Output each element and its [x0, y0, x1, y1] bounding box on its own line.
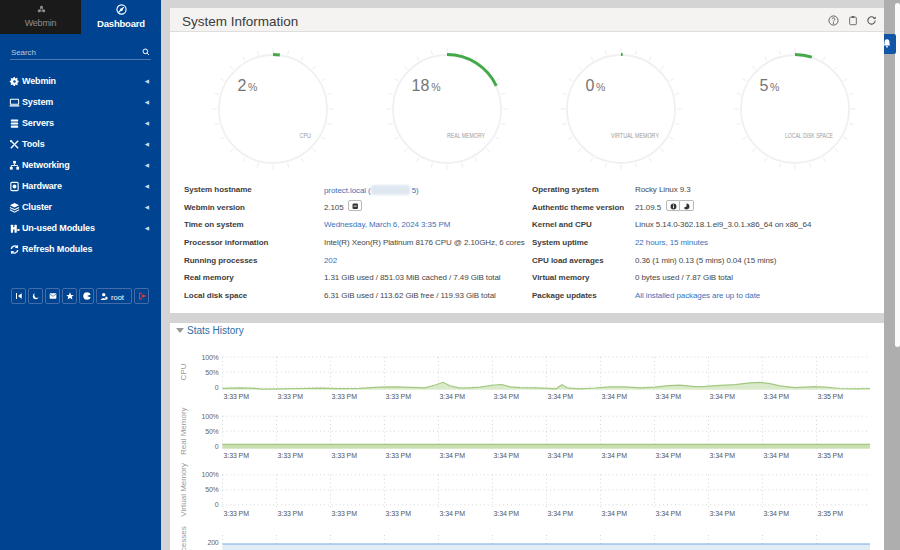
svg-text:0: 0	[215, 501, 219, 508]
svg-text:REAL MEMORY: REAL MEMORY	[447, 132, 485, 139]
svg-text:3:34 PM: 3:34 PM	[710, 452, 736, 459]
svg-text:3:34 PM: 3:34 PM	[440, 510, 466, 517]
svg-text:3:33 PM: 3:33 PM	[332, 452, 358, 459]
svg-text:18%: 18%	[412, 77, 441, 94]
svg-text:0: 0	[215, 384, 219, 391]
svg-text:3:34 PM: 3:34 PM	[710, 510, 736, 517]
svg-text:CPU: CPU	[300, 132, 312, 139]
svg-text:3:34 PM: 3:34 PM	[656, 393, 682, 400]
svg-text:3:35 PM: 3:35 PM	[818, 510, 844, 517]
svg-text:CPU: CPU	[179, 363, 188, 380]
svg-text:3:34 PM: 3:34 PM	[764, 393, 790, 400]
svg-text:Virtual Memory: Virtual Memory	[179, 463, 188, 517]
svg-text:50%: 50%	[205, 369, 218, 376]
svg-text:5%: 5%	[760, 77, 780, 94]
svg-text:Processes: Processes	[179, 526, 188, 550]
svg-text:3:34 PM: 3:34 PM	[494, 393, 520, 400]
svg-text:100%: 100%	[202, 471, 219, 478]
svg-text:0%: 0%	[586, 77, 606, 94]
svg-text:3:34 PM: 3:34 PM	[548, 452, 574, 459]
svg-text:2%: 2%	[238, 77, 258, 94]
svg-text:3:34 PM: 3:34 PM	[602, 510, 628, 517]
svg-text:100%: 100%	[202, 354, 219, 361]
svg-text:3:33 PM: 3:33 PM	[278, 393, 304, 400]
svg-text:3:34 PM: 3:34 PM	[602, 452, 628, 459]
svg-text:200: 200	[208, 539, 219, 546]
svg-text:3:33 PM: 3:33 PM	[386, 452, 412, 459]
svg-text:50%: 50%	[205, 486, 218, 493]
svg-text:3:34 PM: 3:34 PM	[764, 452, 790, 459]
svg-text:Real Memory: Real Memory	[179, 407, 188, 455]
svg-text:LOCAL DISK SPACE: LOCAL DISK SPACE	[785, 132, 833, 139]
svg-text:3:34 PM: 3:34 PM	[764, 510, 790, 517]
svg-text:100%: 100%	[202, 413, 219, 420]
svg-text:3:33 PM: 3:33 PM	[278, 510, 304, 517]
svg-text:3:34 PM: 3:34 PM	[548, 510, 574, 517]
svg-text:3:33 PM: 3:33 PM	[278, 452, 304, 459]
svg-text:3:35 PM: 3:35 PM	[818, 393, 844, 400]
svg-text:3:34 PM: 3:34 PM	[494, 510, 520, 517]
svg-text:50%: 50%	[205, 428, 218, 435]
svg-text:3:33 PM: 3:33 PM	[386, 510, 412, 517]
svg-text:3:34 PM: 3:34 PM	[602, 393, 628, 400]
svg-text:3:33 PM: 3:33 PM	[332, 510, 358, 517]
svg-text:3:34 PM: 3:34 PM	[656, 452, 682, 459]
svg-text:3:34 PM: 3:34 PM	[710, 393, 736, 400]
svg-text:3:33 PM: 3:33 PM	[224, 510, 250, 517]
svg-text:3:34 PM: 3:34 PM	[656, 510, 682, 517]
svg-text:3:34 PM: 3:34 PM	[440, 393, 466, 400]
svg-text:3:33 PM: 3:33 PM	[224, 393, 250, 400]
svg-text:3:33 PM: 3:33 PM	[332, 393, 358, 400]
svg-text:VIRTUAL MEMORY: VIRTUAL MEMORY	[611, 132, 659, 139]
svg-text:0: 0	[215, 443, 219, 450]
svg-text:3:34 PM: 3:34 PM	[548, 393, 574, 400]
svg-text:3:33 PM: 3:33 PM	[224, 452, 250, 459]
svg-text:3:34 PM: 3:34 PM	[494, 452, 520, 459]
svg-text:3:34 PM: 3:34 PM	[440, 452, 466, 459]
svg-text:3:33 PM: 3:33 PM	[386, 393, 412, 400]
svg-text:3:35 PM: 3:35 PM	[818, 452, 844, 459]
